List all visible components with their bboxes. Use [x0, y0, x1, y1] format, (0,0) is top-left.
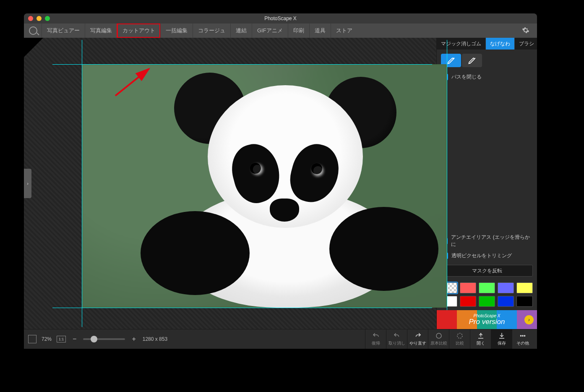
tab-batch[interactable]: 一括編集	[160, 24, 193, 38]
svg-point-4	[522, 335, 523, 336]
ad-line2: Pro version	[469, 318, 505, 326]
compare-original-button[interactable]: 原本比較	[428, 329, 449, 349]
swatch-black[interactable]	[516, 296, 533, 307]
invert-mask-label: マスクを反転	[472, 267, 502, 274]
invert-mask-button[interactable]: マスクを反転	[441, 265, 533, 277]
right-panel: マジック消しゴム なげなわ ブラシ ✓ パスを閉じる ✓ アンチエイリアス (エ…	[436, 38, 537, 329]
svg-point-5	[524, 335, 525, 336]
search-icon[interactable]	[29, 26, 37, 35]
tab-cutout[interactable]: カットアウト	[117, 24, 160, 38]
save-button[interactable]: 保存	[491, 329, 512, 349]
more-button[interactable]: その他	[512, 329, 533, 349]
tab-editor[interactable]: 写真編集	[85, 24, 117, 38]
antialias-checkbox[interactable]: ✓ アンチエイリアス (エッジを滑らかに	[437, 232, 537, 250]
tool-tab-magic-eraser[interactable]: マジック消しゴム	[437, 38, 486, 50]
close-path-label: パスを閉じる	[451, 73, 482, 81]
pro-badge: PRO Version	[24, 38, 43, 57]
canvas-inner	[52, 40, 432, 327]
svg-point-2	[457, 333, 462, 338]
ad-line1: PhotoScape X	[469, 314, 505, 318]
swatch-red-light[interactable]	[460, 282, 476, 293]
tab-gif[interactable]: GIFアニメ	[252, 24, 288, 38]
antialias-label: アンチエイリアス (エッジを滑らかに	[451, 234, 532, 248]
open-button[interactable]: 開く	[470, 329, 491, 349]
brush-subtract-button[interactable]	[462, 54, 482, 67]
brush-mode-row	[437, 50, 537, 71]
canvas-area[interactable]: PRO Version ›	[24, 38, 436, 329]
trim-transparent-checkbox[interactable]: ✓ 透明ピクセルをトリミング	[437, 250, 537, 261]
app-window: PhotoScape X 写真ビュアー 写真編集 カットアウト 一括編集 コラー…	[24, 13, 537, 349]
trim-transparent-label: 透明ピクセルをトリミング	[451, 252, 512, 259]
compare-button[interactable]: 比較	[449, 329, 470, 349]
tool-tabs: マジック消しゴム なげなわ ブラシ	[437, 38, 537, 50]
tab-tools[interactable]: 道具	[309, 24, 331, 38]
main-tabs: 写真ビュアー 写真編集 カットアウト 一括編集 コラージュ 連結 GIFアニメ …	[24, 24, 537, 38]
tab-combine[interactable]: 連結	[230, 24, 252, 38]
expand-sidebar-handle[interactable]: ›	[24, 169, 31, 198]
tool-tab-brush[interactable]: ブラシ	[515, 38, 537, 50]
zoom-percent: 72%	[42, 336, 52, 342]
tab-viewer[interactable]: 写真ビュアー	[42, 24, 85, 38]
workspace: PRO Version ›	[24, 38, 537, 329]
background-swatches	[437, 280, 537, 310]
window-title: PhotoScape X	[24, 16, 537, 21]
zoom-in-button[interactable]: +	[130, 335, 137, 343]
tool-tab-lasso[interactable]: なげなわ	[486, 38, 515, 50]
actual-size-button[interactable]: 1:1	[57, 336, 66, 342]
redo-button[interactable]: やり直す	[407, 329, 428, 349]
zoom-slider-thumb[interactable]	[91, 336, 97, 342]
swatch-green[interactable]	[479, 296, 495, 307]
titlebar: PhotoScape X	[24, 13, 537, 24]
image-dimensions: 1280 x 853	[143, 336, 167, 342]
swatch-blue[interactable]	[498, 296, 514, 307]
svg-point-1	[436, 333, 441, 338]
zoom-slider[interactable]	[83, 338, 125, 340]
pro-version-ad[interactable]: PhotoScape X Pro version ›	[437, 310, 537, 329]
bottom-bar: 72% 1:1 − + 1280 x 853 復帰 取り消し やり直す 原本比較…	[24, 329, 537, 349]
zoom-out-button[interactable]: −	[71, 335, 78, 343]
swatch-blue-light[interactable]	[498, 282, 514, 293]
ad-go-icon: ›	[524, 315, 534, 324]
bottom-right-actions: 復帰 取り消し やり直す 原本比較 比較 開く 保存 その他	[365, 329, 533, 349]
histogram-button[interactable]	[28, 335, 36, 343]
tab-store[interactable]: ストア	[331, 24, 357, 38]
photo-subject	[153, 81, 413, 308]
close-path-checkbox[interactable]: ✓ パスを閉じる	[437, 71, 537, 83]
swatch-red[interactable]	[460, 296, 476, 307]
settings-gear-icon[interactable]	[522, 26, 529, 35]
swatch-yellow[interactable]	[516, 282, 533, 293]
photo-canvas[interactable]	[82, 64, 447, 308]
bottom-left-controls: 72% 1:1 − + 1280 x 853	[28, 335, 167, 343]
undo-button[interactable]: 取り消し	[386, 329, 407, 349]
tab-print[interactable]: 印刷	[288, 24, 309, 38]
tab-collage[interactable]: コラージュ	[193, 24, 230, 38]
svg-point-3	[520, 335, 521, 336]
swatch-green-light[interactable]	[479, 282, 495, 293]
undo-all-button[interactable]: 復帰	[365, 329, 386, 349]
